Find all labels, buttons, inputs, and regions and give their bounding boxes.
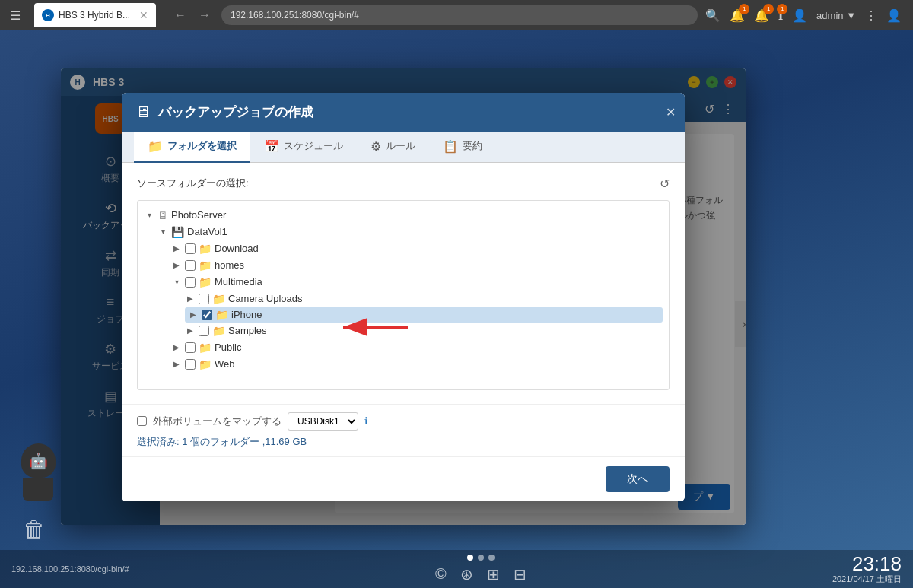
tree-node-datavol: ▾ 💾 DataVol1 (157, 224, 663, 240)
browser-right-icons: 🔍 🔔 1 🔔 1 ℹ 1 👤 admin ▼ ⋮ 👤 (705, 8, 902, 23)
multimedia-label: Multimedia (215, 276, 262, 288)
server-expand[interactable]: ▾ (144, 211, 154, 219)
external-volume-checkbox[interactable] (137, 416, 147, 426)
public-label: Public (215, 342, 241, 353)
taskbar-icon-1[interactable]: © (435, 565, 447, 583)
taskbar-address: 192.168.100.251:8080/cgi-bin/# (11, 564, 129, 574)
external-volume-label: 外部ボリュームをマップする (153, 415, 282, 428)
dialog-footer: 次へ (122, 456, 685, 501)
file-tree: ▾ 🖥 PhotoServer ▾ 💾 DataVol1 ▶ (137, 200, 670, 390)
tab-favicon: H (42, 9, 54, 21)
browser-info-icon[interactable]: ℹ 1 (778, 8, 783, 23)
taskbar-dot-2[interactable] (478, 555, 484, 561)
samples-checkbox[interactable] (199, 326, 209, 336)
external-volume-row: 外部ボリュームをマップする USBDisk1 ℹ (137, 412, 670, 431)
next-button[interactable]: 次へ (606, 466, 670, 492)
samples-label: Samples (228, 325, 267, 336)
dialog-header: 🖥 バックアップジョブの作成 ✕ (122, 93, 685, 132)
public-checkbox[interactable] (185, 342, 196, 353)
camera-expand[interactable]: ▶ (185, 294, 196, 303)
hdd-icon: 💾 (171, 226, 184, 238)
notification-badge-2: 1 (763, 4, 774, 14)
tab-rules[interactable]: ⚙ ルール (357, 132, 429, 163)
web-checkbox[interactable] (185, 359, 196, 370)
notification-badge: 1 (739, 4, 749, 14)
browser-user-icon[interactable]: 👤 (792, 8, 807, 23)
datavol-label: DataVol1 (187, 226, 227, 237)
browser-notifications-1[interactable]: 🔔 1 (730, 8, 745, 23)
dialog-title: バックアップジョブの作成 (158, 103, 313, 121)
taskbar-dots (467, 555, 495, 561)
folder-tab-label: フォルダを選択 (167, 139, 237, 153)
browser-address-bar[interactable]: 192.168.100.251:8080/cgi-bin/# (221, 5, 698, 25)
rules-tab-icon: ⚙ (371, 139, 381, 154)
dialog-body: ソースフォルダーの選択: ↺ ▾ 🖥 PhotoServer ▾ (122, 163, 685, 404)
taskbar: 192.168.100.251:8080/cgi-bin/# © ⊛ ⊞ ⊟ 2… (0, 550, 913, 588)
dialog-header-icon: 🖥 (135, 103, 151, 121)
tab-summary[interactable]: 📋 要約 (429, 132, 496, 163)
info-icon[interactable]: ℹ (364, 415, 368, 427)
samples-expand[interactable]: ▶ (185, 326, 196, 335)
multimedia-checkbox[interactable] (185, 277, 196, 288)
volume-select[interactable]: USBDisk1 (288, 412, 358, 431)
tab-folder[interactable]: 📁 フォルダを選択 (134, 132, 250, 163)
taskbar-time: 23:18 (832, 554, 902, 574)
taskbar-icon-3[interactable]: ⊞ (487, 565, 500, 583)
tab-schedule[interactable]: 📅 スケジュール (250, 132, 357, 163)
homes-folder-icon: 📁 (199, 259, 212, 272)
multimedia-expand[interactable]: ▾ (171, 278, 182, 286)
dialog-bottom: 外部ボリュームをマップする USBDisk1 ℹ 選択済み: 1 個のフォルダー… (122, 404, 685, 456)
browser-tab[interactable]: H HBS 3 Hybrid B... ✕ (34, 3, 156, 27)
homes-expand[interactable]: ▶ (171, 261, 182, 269)
download-checkbox[interactable] (185, 243, 196, 254)
dialog-tabs: 📁 フォルダを選択 📅 スケジュール ⚙ ルール 📋 要約 (122, 132, 685, 163)
summary-tab-label: 要約 (463, 139, 482, 153)
tree-node-samples: ▶ 📁 Samples (185, 323, 663, 339)
desktop: ⚙ 🟠 📨 🔲 📱 📷 H HBS 3 － ＋ ✕ HBS ⊙ 概要 (0, 30, 913, 588)
taskbar-clock: 23:18 2021/04/17 土曜日 (832, 554, 902, 585)
camera-label: Camera Uploads (228, 293, 303, 304)
homes-label: homes (215, 259, 244, 271)
robot-mascot: 🤖 (15, 443, 61, 497)
taskbar-icon-4[interactable]: ⊟ (514, 565, 526, 583)
browser-more-icon[interactable]: ⋮ (865, 8, 877, 23)
browser-notifications-2[interactable]: 🔔 1 (754, 8, 769, 23)
public-expand[interactable]: ▶ (171, 343, 182, 351)
tree-node-web: ▶ 📁 Web (171, 356, 663, 373)
tree-node-public: ▶ 📁 Public (171, 339, 663, 356)
public-folder-icon: 📁 (199, 342, 212, 354)
info-badge: 1 (777, 4, 787, 14)
rules-tab-label: ルール (386, 139, 415, 153)
iphone-checkbox[interactable] (202, 310, 212, 320)
taskbar-dot-3[interactable] (488, 555, 495, 561)
dialog-close-button[interactable]: ✕ (666, 105, 676, 119)
tree-node-homes: ▶ 📁 homes (171, 257, 663, 274)
download-expand[interactable]: ▶ (171, 244, 182, 253)
taskbar-center-icons: © ⊛ ⊞ ⊟ (435, 565, 526, 583)
homes-checkbox[interactable] (185, 260, 196, 271)
web-expand[interactable]: ▶ (171, 360, 182, 368)
folder-tab-icon: 📁 (148, 139, 163, 154)
browser-account-icon[interactable]: 👤 (886, 8, 902, 23)
tab-close-button[interactable]: ✕ (139, 9, 148, 21)
camera-folder-icon: 📁 (212, 293, 225, 305)
web-folder-icon: 📁 (199, 358, 212, 370)
web-label: Web (215, 358, 235, 370)
download-folder-icon: 📁 (199, 243, 212, 255)
tree-node-download: ▶ 📁 Download (171, 240, 663, 257)
taskbar-icon-2[interactable]: ⊛ (460, 565, 473, 583)
datavol-expand[interactable]: ▾ (157, 227, 168, 236)
trash-icon[interactable]: 🗑 (23, 516, 46, 542)
camera-checkbox[interactable] (199, 294, 209, 304)
tree-node-camera: ▶ 📁 Camera Uploads (185, 291, 663, 307)
browser-back-button[interactable]: ← (171, 5, 189, 25)
tree-refresh-button[interactable]: ↺ (660, 176, 670, 191)
browser-search-icon[interactable]: 🔍 (705, 8, 721, 23)
admin-label[interactable]: admin ▼ (816, 10, 856, 21)
browser-menu-icon[interactable]: ☰ (0, 0, 30, 30)
multimedia-folder-icon: 📁 (199, 276, 212, 288)
taskbar-dot-1[interactable] (467, 555, 473, 561)
server-label: PhotoServer (171, 209, 226, 221)
browser-forward-button[interactable]: → (196, 5, 214, 25)
iphone-expand[interactable]: ▶ (188, 310, 199, 319)
